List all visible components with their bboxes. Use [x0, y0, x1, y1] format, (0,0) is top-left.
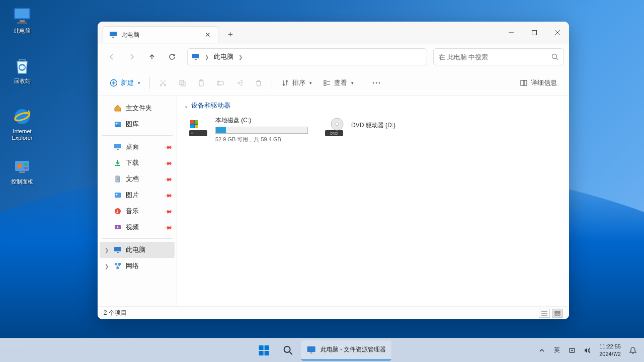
svg-rect-75 — [555, 314, 557, 315]
more-button[interactable] — [367, 74, 385, 92]
tab-this-pc[interactable]: 此电脑 ✕ — [103, 26, 218, 43]
chevron-down-icon: ▾ — [309, 80, 312, 85]
details-button[interactable]: 详细信息 — [515, 74, 562, 92]
taskbar-clock[interactable]: 11:22:55 2024/7/2 — [595, 343, 625, 357]
file-explorer-window: 此电脑 ✕ ＋ ❯ 此电脑 ❯ 新建▾ — [98, 22, 569, 319]
notifications-icon[interactable] — [626, 340, 640, 360]
ie-icon — [12, 107, 32, 127]
sidebar-item-home[interactable]: 主文件夹 — [100, 100, 175, 116]
copy-button[interactable] — [173, 74, 191, 92]
svg-rect-3 — [17, 22, 27, 24]
volume-icon[interactable] — [580, 340, 594, 360]
control-panel-icon — [12, 157, 32, 177]
expand-icon[interactable]: ❯ — [104, 263, 110, 269]
dvd-drive-icon: DVD — [322, 116, 346, 140]
svg-rect-60 — [191, 132, 193, 134]
svg-rect-15 — [532, 30, 537, 35]
search-icon[interactable] — [551, 53, 558, 60]
desktop-icon-control-panel[interactable]: 控制面板 — [4, 155, 40, 194]
drive-name: DVD 驱动器 (D:) — [351, 121, 444, 130]
chevron-right-icon[interactable]: ❯ — [202, 54, 212, 60]
sidebar-item-desktop[interactable]: 桌面📌 — [100, 139, 175, 155]
cut-button[interactable] — [154, 74, 172, 92]
monitor-icon — [114, 246, 122, 254]
ime-indicator[interactable]: 英 — [550, 340, 564, 360]
svg-rect-57 — [118, 263, 121, 265]
search-button[interactable] — [277, 340, 299, 360]
svg-rect-9 — [24, 163, 28, 165]
delete-button[interactable] — [250, 74, 268, 92]
statusbar: 2 个项目 — [98, 306, 569, 319]
start-button[interactable] — [253, 340, 275, 360]
sidebar-item-downloads[interactable]: 下载📌 — [100, 155, 175, 171]
gallery-icon — [114, 120, 122, 128]
svg-rect-78 — [265, 345, 269, 350]
close-button[interactable] — [546, 22, 569, 44]
desktop-icon-this-pc[interactable]: 此电脑 — [4, 4, 40, 43]
pin-icon: 📌 — [165, 223, 173, 231]
monitor-icon — [306, 345, 316, 355]
up-button[interactable] — [143, 48, 161, 66]
svg-rect-76 — [558, 314, 560, 315]
sidebar-item-pictures[interactable]: 图片📌 — [100, 187, 175, 203]
minimize-button[interactable] — [500, 22, 523, 44]
navbar: ❯ 此电脑 ❯ — [98, 44, 569, 70]
desktop-icon-ie[interactable]: Internet Explorer — [4, 105, 40, 144]
search-box[interactable] — [433, 48, 564, 65]
separator — [272, 77, 272, 89]
sidebar-item-gallery[interactable]: 图库 — [100, 116, 175, 132]
sidebar-item-network[interactable]: ❯网络 — [100, 258, 175, 274]
tray-security-icon[interactable] — [565, 340, 579, 360]
forward-button[interactable] — [123, 48, 141, 66]
svg-rect-19 — [195, 59, 197, 60]
svg-point-41 — [379, 82, 380, 83]
sort-button[interactable]: 排序▾ — [276, 74, 317, 92]
drive-c[interactable]: 本地磁盘 (C:) 52.9 GB 可用，共 59.4 GB — [184, 114, 310, 145]
window-controls — [500, 22, 569, 44]
taskbar-app-explorer[interactable]: 此电脑 - 文件资源管理器 — [301, 340, 391, 360]
svg-rect-2 — [20, 20, 25, 22]
document-icon — [114, 175, 122, 183]
svg-rect-65 — [195, 125, 198, 128]
drive-dvd[interactable]: DVD DVD 驱动器 (D:) — [320, 114, 446, 145]
tile-view-button[interactable] — [552, 309, 563, 318]
titlebar[interactable]: 此电脑 ✕ ＋ — [98, 22, 569, 44]
breadcrumb-item[interactable]: 此电脑 — [212, 52, 235, 61]
tab-close-button[interactable]: ✕ — [204, 31, 212, 39]
taskbar[interactable]: 此电脑 - 文件资源管理器 英 11:22:55 2024/7/2 — [0, 338, 644, 362]
breadcrumb[interactable]: ❯ 此电脑 ❯ — [187, 48, 427, 65]
sidebar-item-music[interactable]: 音乐📌 — [100, 203, 175, 219]
paste-button[interactable] — [192, 74, 210, 92]
expand-icon[interactable]: ❯ — [104, 247, 110, 253]
tray-chevron[interactable] — [535, 340, 549, 360]
svg-rect-62 — [190, 120, 194, 124]
svg-point-69 — [336, 123, 339, 126]
desktop-icon-label: 控制面板 — [11, 178, 33, 185]
sidebar-item-this-pc[interactable]: ❯此电脑 — [100, 242, 175, 258]
svg-rect-43 — [524, 80, 527, 85]
new-tab-button[interactable]: ＋ — [222, 27, 238, 43]
svg-rect-58 — [117, 267, 119, 269]
sidebar-item-documents[interactable]: 文档📌 — [100, 171, 175, 187]
view-button[interactable]: 查看▾ — [318, 74, 359, 92]
list-view-button[interactable] — [539, 309, 550, 318]
pin-icon: 📌 — [165, 191, 173, 199]
sidebar-item-videos[interactable]: 视频📌 — [100, 219, 175, 235]
search-input[interactable] — [439, 53, 551, 61]
rename-button[interactable] — [211, 74, 229, 92]
svg-rect-36 — [324, 83, 326, 85]
back-button[interactable] — [103, 48, 121, 66]
desktop-icon-recycle-bin[interactable]: 回收站 — [4, 54, 40, 94]
share-button[interactable] — [230, 74, 249, 92]
refresh-button[interactable] — [163, 48, 181, 66]
svg-rect-29 — [180, 80, 184, 84]
drive-name: 本地磁盘 (C:) — [215, 116, 308, 125]
chevron-right-icon[interactable]: ❯ — [235, 54, 246, 60]
maximize-button[interactable] — [523, 22, 546, 44]
svg-rect-80 — [265, 351, 269, 355]
content-area[interactable]: ⌄ 设备和驱动器 本地磁盘 (C:) 52.9 GB 可用，共 59.4 GB … — [177, 96, 569, 306]
new-button[interactable]: 新建▾ — [105, 74, 145, 92]
separator — [102, 135, 173, 136]
svg-point-8 — [17, 163, 22, 168]
group-header-devices[interactable]: ⌄ 设备和驱动器 — [184, 101, 562, 110]
